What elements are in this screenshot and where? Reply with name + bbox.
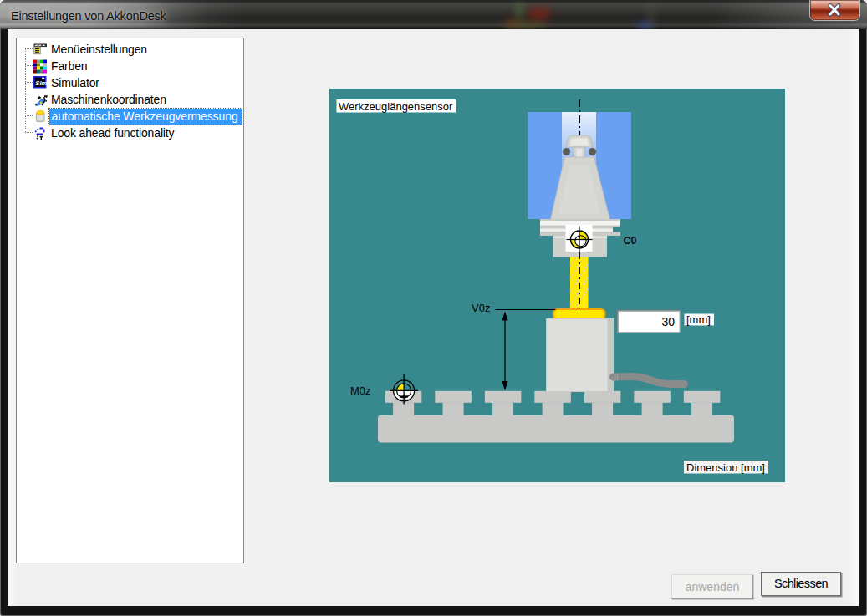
svg-text:Sim: Sim [35, 79, 47, 86]
svg-text:Dimension [mm]: Dimension [mm] [686, 461, 765, 474]
svg-text:[mm]: [mm] [686, 313, 711, 326]
svg-text:V0z: V0z [472, 302, 490, 314]
svg-text:30: 30 [661, 315, 675, 328]
svg-text:Werkzeuglängensensor: Werkzeuglängensensor [339, 100, 453, 113]
svg-text:M0z: M0z [350, 384, 371, 397]
svg-text:C0: C0 [624, 235, 637, 247]
